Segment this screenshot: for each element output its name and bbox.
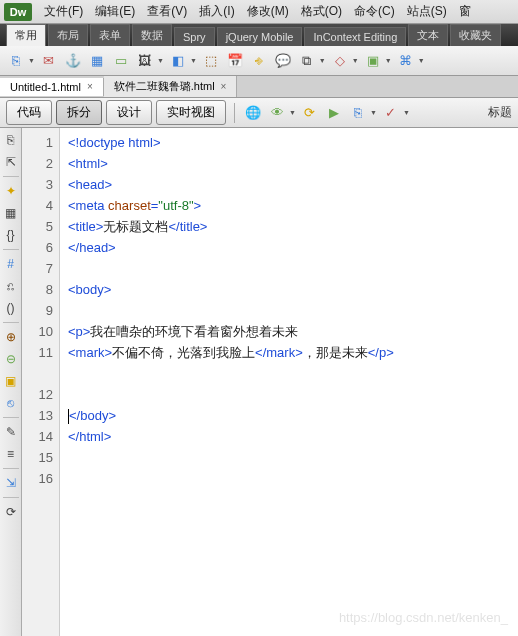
coding-toolbar: ⎘ ⇱ ✦ ▦ {} # ⎌ () ⊕ ⊖ ▣ ⎋ ✎ ≡ ⇲ ⟳ (0, 128, 22, 636)
head-icon[interactable]: ⧉ (297, 51, 317, 71)
menu-item[interactable]: 编辑(E) (95, 3, 135, 20)
code-line[interactable]: <meta charset="utf-8"> (68, 195, 518, 216)
line-numbers-icon[interactable]: # (3, 256, 19, 272)
move-css-icon[interactable]: ✎ (3, 424, 19, 440)
menu-item[interactable]: 格式(O) (301, 3, 342, 20)
line-number-gutter: 1234567891011 1213141516 (22, 128, 60, 636)
code-line[interactable] (68, 258, 518, 279)
code-line[interactable]: <body> (68, 279, 518, 300)
menu-bar: Dw 文件(F)编辑(E)查看(V)插入(I)修改(M)格式(O)命令(C)站点… (0, 0, 518, 24)
code-line[interactable]: <p>我在嘈杂的环境下看着窗外想着未来 (68, 321, 518, 342)
code-line[interactable] (68, 447, 518, 468)
document-tabs: Untitled-1.html×软件二班魏鲁璐.html× (0, 76, 518, 98)
app-logo: Dw (4, 3, 32, 21)
browser-nav-icon[interactable]: ▶ (324, 103, 344, 123)
file-mgmt-icon[interactable]: ⎘ (348, 103, 368, 123)
insert-toolbar: ⎘▼ ✉ ⚓ ▦ ▭ 🖼▼ ◧▼ ⬚ 📅 ⎆ 💬 ⧉▼ ◇▼ ▣▼ ⌘▼ (0, 46, 518, 76)
menu-item[interactable]: 插入(I) (199, 3, 234, 20)
category-tab[interactable]: InContext Editing (304, 27, 406, 46)
balance-braces-icon[interactable]: {} (3, 227, 19, 243)
title-label: 标题 (488, 104, 512, 121)
open-documents-icon[interactable]: ⎘ (3, 132, 19, 148)
code-content[interactable]: <!doctype html><html><head><meta charset… (60, 128, 518, 636)
code-line[interactable] (68, 384, 518, 405)
server-debug-icon[interactable]: ⟳ (300, 103, 320, 123)
document-toolbar: 代码 拆分 设计 实时视图 🌐 👁▼ ⟳ ▶ ⎘▼ ✓▼ 标题 (0, 98, 518, 128)
code-view-button[interactable]: 代码 (6, 100, 52, 125)
media-icon[interactable]: ◧ (168, 51, 188, 71)
expand-all-icon[interactable]: ✦ (3, 183, 19, 199)
document-tab[interactable]: 软件二班魏鲁璐.html× (104, 76, 238, 97)
templates-icon[interactable]: ▣ (363, 51, 383, 71)
live-view-button[interactable]: 实时视图 (156, 100, 226, 125)
split-view-button[interactable]: 拆分 (56, 100, 102, 125)
widget-icon[interactable]: ⬚ (201, 51, 221, 71)
insert-div-icon[interactable]: ▭ (111, 51, 131, 71)
indent-icon[interactable]: ≡ (3, 446, 19, 462)
code-line[interactable]: <mark>不偏不倚，光落到我脸上</mark>，那是未来</p> (68, 342, 518, 363)
document-tab-label: 软件二班魏鲁璐.html (114, 79, 215, 94)
menu-item[interactable]: 修改(M) (247, 3, 289, 20)
code-line[interactable]: <head> (68, 174, 518, 195)
remove-comment-icon[interactable]: ⊖ (3, 351, 19, 367)
menu-item[interactable]: 站点(S) (407, 3, 447, 20)
code-editor-area: ⎘ ⇱ ✦ ▦ {} # ⎌ () ⊕ ⊖ ▣ ⎋ ✎ ≡ ⇲ ⟳ 123456… (0, 128, 518, 636)
inspect-icon[interactable]: 👁 (267, 103, 287, 123)
code-line[interactable]: </html> (68, 426, 518, 447)
preview-icon[interactable]: ✓ (381, 103, 401, 123)
table-icon[interactable]: ▦ (87, 51, 107, 71)
code-line[interactable]: <html> (68, 153, 518, 174)
menu-item[interactable]: 命令(C) (354, 3, 395, 20)
close-icon[interactable]: × (87, 81, 93, 92)
code-line[interactable]: </body> (68, 405, 518, 426)
watermark-text: https://blog.csdn.net/kenken_ (339, 607, 508, 628)
design-view-button[interactable]: 设计 (106, 100, 152, 125)
close-icon[interactable]: × (221, 81, 227, 92)
tag-chooser-icon[interactable]: ⌘ (396, 51, 416, 71)
code-line[interactable] (68, 300, 518, 321)
code-line[interactable]: <title>无标题文档</title> (68, 216, 518, 237)
hyperlink-icon[interactable]: ⎘ (6, 51, 26, 71)
script-icon[interactable]: ◇ (330, 51, 350, 71)
apply-comment-icon[interactable]: ⊕ (3, 329, 19, 345)
date-icon[interactable]: 📅 (225, 51, 245, 71)
category-tab[interactable]: 布局 (48, 24, 88, 46)
category-tab[interactable]: 数据 (132, 24, 172, 46)
category-tab[interactable]: 常用 (6, 24, 46, 46)
menu-item[interactable]: 文件(F) (44, 3, 83, 20)
comment-icon[interactable]: 💬 (273, 51, 293, 71)
refresh-icon[interactable]: ⟳ (3, 504, 19, 520)
image-icon[interactable]: 🖼 (135, 51, 155, 71)
code-line[interactable]: </head> (68, 237, 518, 258)
category-tab[interactable]: 文本 (408, 24, 448, 46)
menu-item[interactable]: 窗 (459, 3, 471, 20)
category-tab[interactable]: 表单 (90, 24, 130, 46)
named-anchor-icon[interactable]: ⚓ (63, 51, 83, 71)
document-tab-label: Untitled-1.html (10, 81, 81, 93)
category-tab-bar: 常用布局表单数据SpryjQuery MobileInContext Editi… (0, 24, 518, 46)
highlight-invalid-icon[interactable]: ⎌ (3, 278, 19, 294)
syntax-error-icon[interactable]: () (3, 300, 19, 316)
category-tab[interactable]: Spry (174, 27, 215, 46)
code-line[interactable]: <!doctype html> (68, 132, 518, 153)
code-line[interactable] (68, 363, 518, 384)
menu-item[interactable]: 查看(V) (147, 3, 187, 20)
collapse-icon[interactable]: ⇱ (3, 154, 19, 170)
select-parent-icon[interactable]: ▦ (3, 205, 19, 221)
format-source-icon[interactable]: ⇲ (3, 475, 19, 491)
wrap-tag-icon[interactable]: ▣ (3, 373, 19, 389)
document-tab[interactable]: Untitled-1.html× (0, 78, 104, 96)
recent-snippets-icon[interactable]: ⎋ (3, 395, 19, 411)
live-code-icon[interactable]: 🌐 (243, 103, 263, 123)
category-tab[interactable]: 收藏夹 (450, 24, 501, 46)
server-include-icon[interactable]: ⎆ (249, 51, 269, 71)
category-tab[interactable]: jQuery Mobile (217, 27, 303, 46)
email-link-icon[interactable]: ✉ (39, 51, 59, 71)
